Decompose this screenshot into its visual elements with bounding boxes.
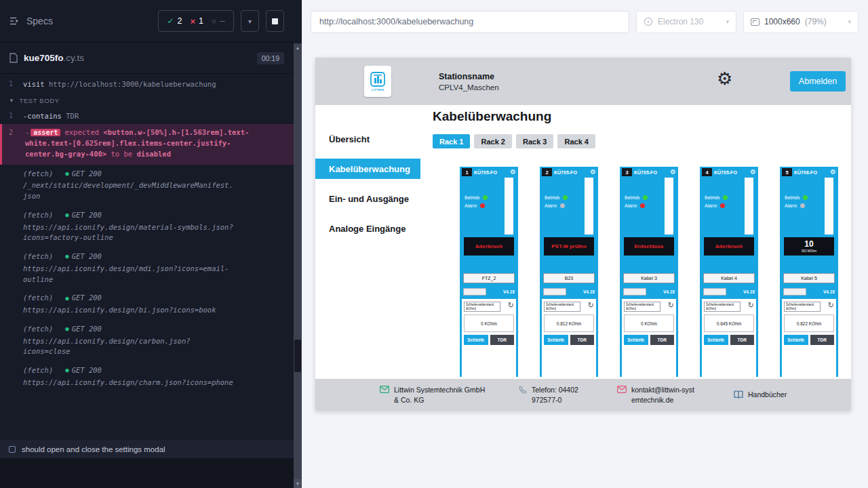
alarm-message: Aderbruch bbox=[475, 243, 502, 249]
betrieb-label: Betrieb bbox=[625, 195, 639, 200]
sidebar-item-analoge-eingaenge[interactable]: Analoge Eingänge bbox=[315, 218, 420, 239]
measurement-value: 0.822 KOhm bbox=[784, 314, 834, 332]
footer-manuals[interactable]: Handbücher bbox=[734, 390, 787, 399]
fetch-log-entry[interactable]: (fetch)●GET 200 https://api.iconify.desi… bbox=[0, 247, 294, 289]
card-model: KÜ705-FO bbox=[634, 170, 657, 175]
failed-assert-command[interactable]: 2 -assertexpected <button.w-[50%].h-[1.5… bbox=[0, 124, 294, 164]
tab-rack-4[interactable]: Rack 4 bbox=[557, 134, 595, 148]
card-gear-icon[interactable]: ⚙ bbox=[670, 169, 676, 176]
schleife-button[interactable]: Schleife bbox=[704, 335, 728, 345]
alarm-message-box: Aderbruch bbox=[464, 237, 514, 256]
mail-icon bbox=[617, 386, 627, 393]
alarm-label: Alarm bbox=[465, 203, 477, 208]
sidebar-item-ein-und-ausgaenge[interactable]: Ein- und Ausgänge bbox=[315, 188, 420, 209]
settings-gear-icon[interactable]: ⚙ bbox=[717, 70, 732, 87]
refresh-icon[interactable]: ↻ bbox=[828, 302, 834, 309]
x-icon: × bbox=[190, 16, 195, 26]
cable-indicator-strip bbox=[665, 178, 673, 235]
tab-rack-2[interactable]: Rack 2 bbox=[474, 134, 511, 148]
measurement-label: Schleifenwiderstand [kOhm] bbox=[624, 302, 660, 312]
tdr-button[interactable]: TDR bbox=[730, 335, 755, 345]
command-arg: TDR bbox=[66, 112, 79, 120]
schleife-button[interactable]: Schleife bbox=[544, 335, 568, 345]
betrieb-label: Betrieb bbox=[465, 195, 479, 200]
fetch-log-entry[interactable]: (fetch)●GET 200 https://api.iconify.desi… bbox=[0, 206, 294, 247]
cable-indicator-strip bbox=[825, 178, 833, 235]
measurement-label: Schleifenwiderstand [kOhm] bbox=[784, 302, 821, 312]
tdr-button[interactable]: TDR bbox=[810, 335, 835, 345]
firmware-version: V4.19 bbox=[663, 289, 675, 294]
viewport-select[interactable]: 1000x660 (79%) ▾ bbox=[743, 11, 859, 33]
scroll-down-icon[interactable]: ▼ bbox=[294, 479, 302, 488]
test-stats[interactable]: ✓2 ×1 ○-- bbox=[158, 10, 234, 32]
tab-rack-3[interactable]: Rack 3 bbox=[516, 134, 553, 148]
stop-icon bbox=[272, 18, 278, 24]
assert-state: disabled bbox=[136, 150, 171, 158]
footer-email[interactable]: kontakt@littwin-systemtechnik.de bbox=[617, 385, 734, 404]
tdr-button[interactable]: TDR bbox=[490, 335, 515, 345]
sidebar-item-uebersicht[interactable]: Übersicht bbox=[315, 129, 420, 149]
reporter-scrollbar[interactable]: ▲ ▼ bbox=[294, 43, 302, 488]
card-gear-icon[interactable]: ⚙ bbox=[830, 169, 836, 176]
card-model: KÜ705-FO bbox=[554, 170, 577, 175]
line-number: 1 bbox=[0, 111, 23, 121]
scroll-up-icon[interactable]: ▲ bbox=[294, 43, 302, 52]
card-gear-icon[interactable]: ⚙ bbox=[590, 169, 596, 176]
cable-name: Kabel 3 bbox=[623, 273, 675, 283]
card-gear-icon[interactable]: ⚙ bbox=[750, 169, 756, 176]
alarm-message: Erdschluss bbox=[634, 243, 663, 249]
footer-phone[interactable]: Telefon: 04402 972577-0 bbox=[519, 385, 617, 404]
measurement-value: 0.645 KOhm bbox=[704, 314, 754, 332]
alarm-led bbox=[800, 203, 805, 208]
chevron-down-icon: ▼ bbox=[9, 98, 15, 104]
refresh-icon[interactable]: ↻ bbox=[508, 302, 514, 309]
specs-list-icon bbox=[9, 16, 20, 26]
fetch-log-entry[interactable]: (fetch)●GET 200 /_next/static/developmen… bbox=[0, 165, 294, 206]
test-body-header[interactable]: ▼ TEST BODY bbox=[0, 92, 294, 108]
fetch-log-entry[interactable]: (fetch)●GET 200 https://api.iconify.desi… bbox=[0, 289, 294, 320]
tdr-button[interactable]: TDR bbox=[570, 335, 595, 345]
schleife-button[interactable]: Schleife bbox=[624, 335, 648, 345]
spec-file-row[interactable]: kue705fo.cy.ts 00:19 bbox=[0, 43, 294, 74]
card-number: 3 bbox=[622, 168, 632, 176]
fetch-url: https://api.iconify.design/carbon.json?i… bbox=[23, 336, 233, 358]
chevron-down-icon: ▾ bbox=[248, 18, 252, 25]
command-log: 1 visit http://localhost:3000/kabelueber… bbox=[0, 74, 294, 440]
card-gear-icon[interactable]: ⚙ bbox=[510, 169, 516, 176]
tab-rack-1[interactable]: Rack 1 bbox=[433, 134, 470, 148]
tdr-button[interactable]: TDR bbox=[650, 335, 675, 345]
firmware-version: V4.19 bbox=[743, 289, 755, 294]
schleife-button[interactable]: Schleife bbox=[784, 335, 808, 345]
alarm-led bbox=[480, 203, 485, 208]
fetch-log-entry[interactable]: (fetch)●GET 200 https://api.iconify.desi… bbox=[0, 361, 294, 392]
refresh-icon[interactable]: ↻ bbox=[588, 302, 594, 309]
command-contains[interactable]: 1 -contains TDR bbox=[0, 108, 294, 124]
refresh-icon[interactable]: ↻ bbox=[748, 302, 754, 309]
next-test-row[interactable]: should open and close the settings modal bbox=[0, 440, 294, 458]
schleife-button[interactable]: Schleife bbox=[464, 335, 488, 345]
sidebar-item-kabelueberwachung[interactable]: Kabelüberwachung bbox=[315, 159, 420, 179]
logout-button[interactable]: Abmelden bbox=[790, 71, 846, 92]
scrollbar-thumb[interactable] bbox=[294, 340, 301, 372]
specs-menu-button[interactable]: Specs bbox=[9, 16, 53, 26]
command-arg: http://localhost:3000/kabelueberwachung bbox=[49, 80, 216, 88]
measurement-section: Schleifenwiderstand [kOhm]↻ 0.822 KOhm S… bbox=[782, 299, 836, 377]
cable-indicator-strip bbox=[585, 178, 593, 235]
fetch-log-entry[interactable]: (fetch)●GET 200 https://api.iconify.desi… bbox=[0, 320, 294, 361]
fetch-url: /_next/static/development/_devMiddleware… bbox=[23, 180, 233, 202]
betrieb-led bbox=[803, 195, 808, 200]
refresh-icon[interactable]: ↻ bbox=[668, 302, 674, 309]
url-input[interactable]: http://localhost:3000/kabelueberwachung bbox=[311, 11, 629, 33]
check-icon: ✓ bbox=[167, 16, 174, 26]
reporter-bottom-spacer bbox=[0, 458, 294, 488]
card-model: KÜ705-FO bbox=[714, 170, 737, 175]
collapse-chevron-button[interactable]: ▾ bbox=[241, 10, 259, 32]
stop-tests-button[interactable] bbox=[266, 10, 284, 32]
measurement-label: Schleifenwiderstand [kOhm] bbox=[544, 302, 580, 312]
card-model: KÜ706-FO bbox=[794, 170, 817, 175]
footer-company: Littwin Systemtechnik GmbH & Co. KG bbox=[380, 385, 519, 404]
main-content: Kabelüberwachung Rack 1 Rack 2 Rack 3 Ra… bbox=[420, 105, 851, 379]
alarm-message-box: PST-M prüfen bbox=[544, 237, 594, 256]
command-visit[interactable]: 1 visit http://localhost:3000/kabelueber… bbox=[0, 77, 294, 92]
browser-select[interactable]: Electron 130 ▾ bbox=[636, 11, 736, 33]
